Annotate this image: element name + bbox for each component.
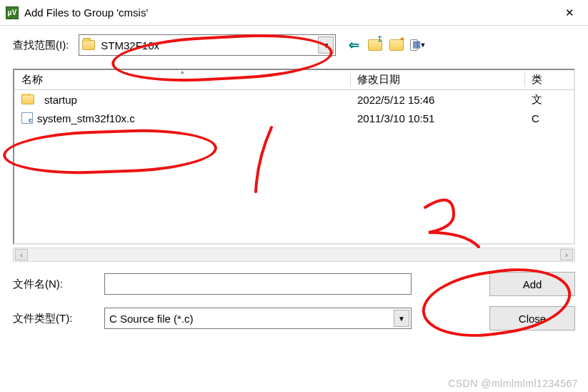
back-icon[interactable]: ⇐ [346, 37, 362, 53]
file-name: system_stm32f10x.c [37, 112, 135, 124]
list-item[interactable]: system_stm32f10x.c 2011/3/10 10:51 C [14, 109, 574, 127]
file-type: 文 [524, 93, 574, 107]
list-header: 名称 ▴ 修改日期 类 [14, 70, 574, 90]
filetype-value: C Source file (*.c) [109, 313, 194, 325]
filename-input[interactable] [104, 273, 412, 295]
window-title: Add Files to Group 'cmsis' [24, 6, 557, 19]
file-list: 名称 ▴ 修改日期 类 startup 2022/5/12 15:46 文 sy… [13, 69, 575, 245]
lookin-combo[interactable]: STM32F10x ▼ [79, 34, 336, 56]
nav-icons: ⇐ ▼ [346, 37, 426, 53]
add-button[interactable]: Add [489, 272, 575, 296]
column-header-name-text: 名称 [21, 73, 43, 87]
chevron-down-icon[interactable]: ▼ [394, 310, 409, 327]
scroll-right-icon[interactable]: › [560, 249, 573, 260]
lookin-value: STM32F10x [101, 39, 159, 52]
title-bar: μV Add Files to Group 'cmsis' ✕ [0, 0, 588, 26]
list-body: startup 2022/5/12 15:46 文 system_stm32f1… [14, 90, 574, 243]
column-header-date[interactable]: 修改日期 [350, 70, 524, 89]
list-item[interactable]: startup 2022/5/12 15:46 文 [14, 90, 574, 109]
file-name: startup [44, 94, 77, 106]
new-folder-icon[interactable] [389, 37, 404, 53]
sort-indicator-icon: ▴ [181, 68, 184, 75]
watermark: CSDN @mlmlmlml1234567 [448, 378, 578, 389]
file-date: 2022/5/12 15:46 [350, 94, 524, 106]
column-header-type[interactable]: 类 [524, 70, 574, 89]
close-icon[interactable]: ✕ [557, 0, 582, 26]
filetype-label: 文件类型(T): [13, 312, 91, 325]
file-date: 2011/3/10 10:51 [350, 112, 524, 124]
column-header-name[interactable]: 名称 ▴ [14, 70, 350, 89]
app-icon: μV [6, 6, 19, 19]
folder-icon [21, 94, 34, 104]
close-button[interactable]: Close [489, 306, 575, 330]
c-file-icon [21, 112, 33, 124]
lookin-label: 查找范围(I): [13, 39, 69, 52]
views-icon[interactable]: ▼ [410, 37, 426, 53]
file-type: C [524, 112, 574, 124]
lookin-row: 查找范围(I): STM32F10x ▼ ⇐ ▼ [13, 34, 575, 56]
filetype-combo[interactable]: C Source file (*.c) ▼ [104, 308, 412, 329]
filename-label: 文件名(N): [13, 278, 91, 291]
horizontal-scrollbar[interactable]: ‹ › [13, 248, 575, 262]
folder-icon [82, 40, 95, 50]
chevron-down-icon[interactable]: ▼ [318, 36, 334, 54]
scroll-left-icon[interactable]: ‹ [15, 249, 28, 260]
up-one-level-icon[interactable] [367, 37, 383, 53]
